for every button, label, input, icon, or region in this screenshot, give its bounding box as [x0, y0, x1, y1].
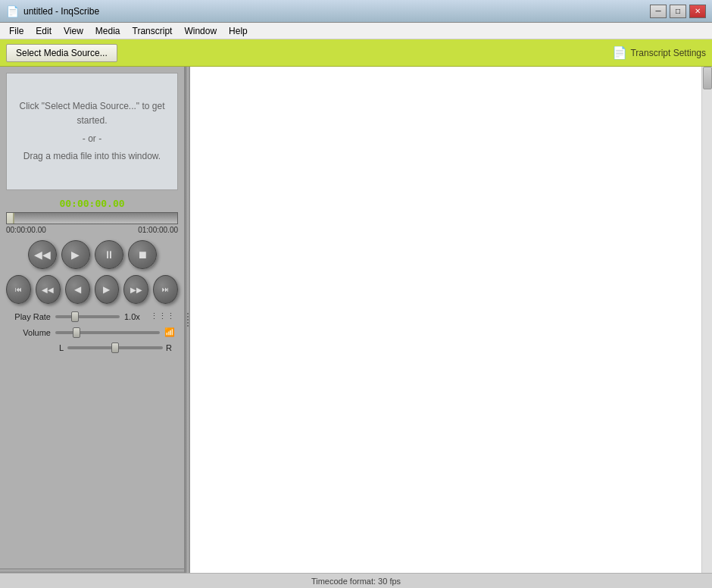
- menu-edit[interactable]: Edit: [30, 24, 58, 38]
- volume-thumb[interactable]: [73, 327, 80, 338]
- video-placeholder-line3: Drag a media file into this window.: [23, 149, 161, 164]
- video-placeholder-line1: Click "Select Media Source..." to get st…: [20, 99, 165, 128]
- back-frame-button[interactable]: ◀: [65, 275, 90, 304]
- divider-dot: [187, 322, 189, 324]
- secondary-controls: ⏮ ◀◀ ◀ ▶ ▶▶ ⏭: [0, 272, 184, 307]
- select-media-button[interactable]: Select Media Source...: [6, 44, 117, 62]
- play-rate-thumb[interactable]: [71, 311, 79, 322]
- play-rate-row: Play Rate 1.0x ⋮⋮⋮: [9, 311, 175, 321]
- balance-thumb[interactable]: [111, 342, 119, 353]
- main-layout: Click "Select Media Source..." to get st…: [0, 67, 712, 573]
- title-text: untitled - InqScribe: [23, 6, 99, 17]
- close-button[interactable]: ✕: [689, 5, 706, 18]
- transcript-settings-button[interactable]: 📄 Transcript Settings: [612, 45, 706, 60]
- transport-controls: ◀◀ ▶ ⏸ ⏹: [0, 237, 184, 272]
- play-rate-value: 1.0x: [124, 312, 147, 321]
- maximize-button[interactable]: □: [670, 5, 686, 18]
- transcript-settings-icon: 📄: [612, 45, 627, 60]
- divider-dot: [187, 313, 189, 314]
- left-panel-resize-handle[interactable]: [0, 568, 184, 573]
- play-rate-slider[interactable]: [55, 315, 120, 318]
- video-area: Click "Select Media Source..." to get st…: [6, 73, 178, 190]
- time-labels: 00:00:00.00 01:00:00.00: [0, 226, 184, 234]
- play-rate-icon: ⋮⋮⋮: [150, 311, 175, 321]
- video-placeholder-or: - or -: [83, 132, 101, 146]
- minimize-button[interactable]: ─: [650, 5, 667, 18]
- progress-fill: [7, 213, 14, 224]
- volume-label: Volume: [9, 328, 51, 337]
- balance-right-label: R: [163, 343, 175, 352]
- pause-button[interactable]: ⏸: [95, 240, 123, 269]
- volume-slider[interactable]: [55, 331, 160, 334]
- time-end: 01:00:00.00: [138, 226, 178, 234]
- menu-help[interactable]: Help: [223, 24, 254, 38]
- menu-transcript[interactable]: Transcript: [126, 24, 179, 38]
- scroll-thumb[interactable]: [703, 67, 712, 89]
- time-start: 00:00:00.00: [6, 226, 46, 234]
- rewind-button[interactable]: ◀◀: [28, 240, 57, 269]
- slow-rewind-button[interactable]: ◀◀: [36, 275, 61, 304]
- volume-row: Volume 📶: [9, 327, 175, 337]
- divider-dot: [187, 325, 189, 327]
- balance-left-label: L: [55, 343, 67, 352]
- left-panel: Click "Select Media Source..." to get st…: [0, 67, 186, 573]
- transcript-scrollbar[interactable]: [701, 67, 712, 573]
- transcript-settings-label: Transcript Settings: [630, 48, 706, 58]
- divider-dot: [187, 316, 189, 317]
- fast-rewind-button[interactable]: ⏮: [6, 275, 31, 304]
- window-controls: ─ □ ✕: [650, 5, 706, 18]
- timecode-format: Timecode format: 30 fps: [311, 577, 401, 586]
- slow-forward-button[interactable]: ▶▶: [123, 275, 148, 304]
- menu-bar: File Edit View Media Transcript Window H…: [0, 23, 712, 39]
- stop-button[interactable]: ⏹: [128, 240, 157, 269]
- menu-media[interactable]: Media: [89, 24, 126, 38]
- play-rate-label: Play Rate: [9, 312, 51, 321]
- app-icon: 📄: [6, 5, 19, 17]
- play-button[interactable]: ▶: [61, 240, 90, 269]
- progress-bar[interactable]: [6, 212, 178, 224]
- toolbar: Select Media Source... 📄 Transcript Sett…: [0, 39, 712, 67]
- status-bar: Timecode format: 30 fps: [0, 573, 712, 588]
- menu-window[interactable]: Window: [178, 24, 223, 38]
- divider-dot: [187, 319, 189, 321]
- title-bar: 📄 untitled - InqScribe ─ □ ✕: [0, 0, 712, 23]
- transcript-area[interactable]: [190, 67, 712, 573]
- volume-icon: 📶: [164, 327, 175, 337]
- menu-file[interactable]: File: [3, 24, 30, 38]
- balance-slider[interactable]: [67, 346, 163, 349]
- menu-view[interactable]: View: [58, 24, 89, 38]
- fast-forward-button[interactable]: ⏭: [153, 275, 178, 304]
- balance-row: L R: [9, 343, 175, 352]
- left-panel-spacer: [0, 363, 184, 568]
- forward-frame-button[interactable]: ▶: [95, 275, 120, 304]
- timecode-display: 00:00:00.00: [0, 196, 184, 211]
- sliders-area: Play Rate 1.0x ⋮⋮⋮ Volume 📶 L: [0, 307, 184, 363]
